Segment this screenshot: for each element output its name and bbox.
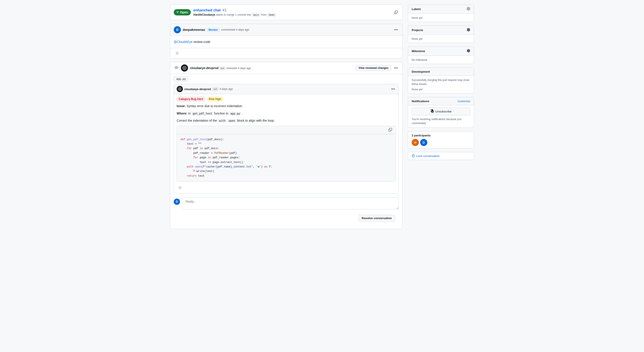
with-keyword-ref: with	[218, 119, 226, 122]
inner-comment-author-name[interactable]: cloudaeye-devprod	[184, 88, 211, 91]
inner-review-comment: cloudaeye-devprod bot 4 days ago ••• Cat…	[174, 84, 399, 194]
pr-head-branch: demo	[267, 13, 276, 17]
milestone-body: No milestone	[408, 56, 474, 64]
review-author-name[interactable]: cloudaeye-devprod	[190, 66, 218, 70]
participant-1-avatar: H	[412, 139, 419, 146]
eye-icon-button[interactable]	[174, 65, 179, 71]
unsubscribe-label: Unsubscribe	[435, 110, 452, 113]
reply-avatar: D	[174, 198, 180, 205]
member-badge: Member	[207, 28, 219, 32]
review-header: cloudaeye-devprod bot reviewed 4 days ag…	[170, 62, 402, 74]
inner-bot-badge: bot	[212, 87, 218, 91]
labels-body: None yet	[408, 14, 474, 22]
code-block: def get_pdf_text(pdf_docs): text = "" fo…	[177, 126, 396, 182]
comment-author-area: D deepakmeenax Member commented 4 days a…	[174, 26, 249, 33]
pr-title-area: enhanched chat #1 HardikCloudaeye wants …	[194, 8, 391, 16]
review-card: cloudaeye-devprod bot reviewed 4 days ag…	[170, 62, 402, 229]
projects-section: Projects None yet	[408, 26, 474, 43]
review-header-right: View reviewed changes •••	[356, 65, 399, 71]
comment-header: D deepakmeenax Member commented 4 days a…	[170, 24, 402, 36]
participants-list: H D	[412, 139, 470, 146]
comment-body: @CloudAEye review-code	[170, 36, 402, 48]
comment-more-button[interactable]: •••	[393, 27, 399, 33]
notifications-section: Notifications Customize Unsubscribe You'…	[408, 97, 474, 128]
lock-body: Lock conversation	[408, 152, 474, 160]
milestone-gear-button[interactable]	[467, 49, 470, 53]
pr-base-branch: main	[252, 13, 260, 17]
development-section-header: Development	[408, 68, 474, 76]
participant-2-avatar: D	[420, 139, 427, 146]
labels-gear-button[interactable]	[467, 7, 470, 11]
main-content: ⑂ Open enhanched chat #1 HardikCloudaeye…	[170, 4, 402, 232]
comment-deepakmeenax: D deepakmeenax Member commented 4 days a…	[170, 24, 402, 58]
reply-textarea[interactable]	[182, 197, 399, 209]
pr-header: ⑂ Open enhanched chat #1 HardikCloudaeye…	[170, 4, 402, 20]
inner-comment-footer: ☺	[177, 184, 396, 191]
lock-section: Lock conversation	[408, 152, 474, 160]
comment-author-name[interactable]: deepakmeenax	[183, 28, 205, 32]
inner-comment-header: cloudaeye-devprod bot 4 days ago •••	[174, 84, 398, 94]
comment-footer: ☺	[170, 48, 402, 58]
reply-box: D	[174, 197, 399, 209]
notifications-body: Unsubscribe You're receiving notificatio…	[408, 105, 474, 128]
category-label: Category Bug Alert	[177, 97, 205, 101]
pr-meta: HardikCloudaeye wants to merge 1 commit …	[194, 13, 391, 16]
copy-branch-button[interactable]	[393, 10, 399, 15]
projects-value: None yet	[412, 37, 422, 40]
pr-status-label: Open	[180, 10, 188, 14]
development-title: Development	[412, 70, 430, 73]
inner-comment-author-area: cloudaeye-devprod bot 4 days ago	[177, 86, 233, 92]
inner-add-reaction-button[interactable]: ☺	[177, 184, 183, 191]
code-block-header	[177, 126, 396, 134]
notifications-title: Notifications	[412, 100, 429, 103]
bell-slash-icon	[430, 109, 434, 114]
review-more-button[interactable]: •••	[393, 65, 399, 71]
resolve-conversation-button[interactable]: Resolve conversation	[358, 215, 395, 222]
sidebar: Labels None yet Projects None yet	[408, 4, 474, 232]
development-body: Successfully merging this pull request m…	[408, 76, 474, 93]
correct-section: Correct the indentation of the with open…	[177, 118, 396, 123]
projects-section-header: Projects	[408, 26, 474, 35]
pr-author-link[interactable]: HardikCloudaeye	[194, 13, 215, 16]
open-keyword-ref: open	[228, 119, 236, 122]
customize-link[interactable]: Customize	[458, 100, 470, 103]
labels-title: Labels	[412, 8, 421, 11]
milestone-title: Milestone	[412, 50, 425, 53]
development-none: None yet	[412, 88, 470, 91]
mention-link[interactable]: @CloudAEye	[174, 40, 192, 44]
notifications-section-header: Notifications Customize	[408, 97, 474, 105]
avatar-cloudaeye-devprod-review	[181, 64, 188, 72]
milestone-value: No milestone	[412, 58, 427, 62]
add-reaction-button[interactable]: ☺	[174, 50, 180, 56]
development-info: Successfully merging this pull request m…	[412, 78, 470, 86]
notification-info: You're receiving notifications because y…	[412, 117, 470, 125]
pr-title: enhanched chat #1	[194, 8, 391, 12]
risk-label: Risk High	[207, 97, 223, 101]
view-changes-button[interactable]: View reviewed changes	[356, 65, 391, 71]
participants-body: 2 participants H D	[408, 132, 474, 148]
lock-conversation-label: Lock conversation	[416, 154, 440, 158]
avatar-cloudaeye-devprod-inner	[177, 86, 183, 92]
copy-code-button[interactable]	[387, 128, 393, 132]
avatar-deepakmeenax: D	[174, 26, 181, 33]
labels-value: None yet	[412, 16, 422, 20]
inner-comment-more-button[interactable]: •••	[390, 86, 396, 92]
review-time: reviewed 4 days ago	[226, 67, 251, 70]
get-pdf-text-ref: get_pdf_text	[192, 112, 213, 116]
lock-conversation-button[interactable]: Lock conversation	[408, 152, 443, 160]
unsubscribe-button[interactable]: Unsubscribe	[412, 108, 470, 116]
projects-gear-button[interactable]	[467, 28, 470, 32]
labels-section-header: Labels	[408, 5, 474, 14]
inner-comment-body: Category Bug Alert Risk High Issue: Synt…	[174, 94, 398, 194]
app-py-ref: app.py	[229, 112, 241, 116]
labels-section: Labels None yet	[408, 4, 474, 22]
git-merge-icon: ⑂	[176, 10, 179, 14]
comment-actions: •••	[393, 27, 399, 33]
pr-title-link[interactable]: enhanched chat #1	[194, 8, 226, 12]
review-author-area: cloudaeye-devprod bot reviewed 4 days ag…	[190, 66, 251, 70]
resolve-area: Resolve conversation	[170, 209, 402, 229]
milestone-section-header: Milestone	[408, 47, 474, 56]
milestone-section: Milestone No milestone	[408, 46, 474, 64]
development-section: Development Successfully merging this pu…	[408, 68, 474, 94]
where-section: Where: In get_pdf_text function in app.p…	[177, 111, 396, 116]
